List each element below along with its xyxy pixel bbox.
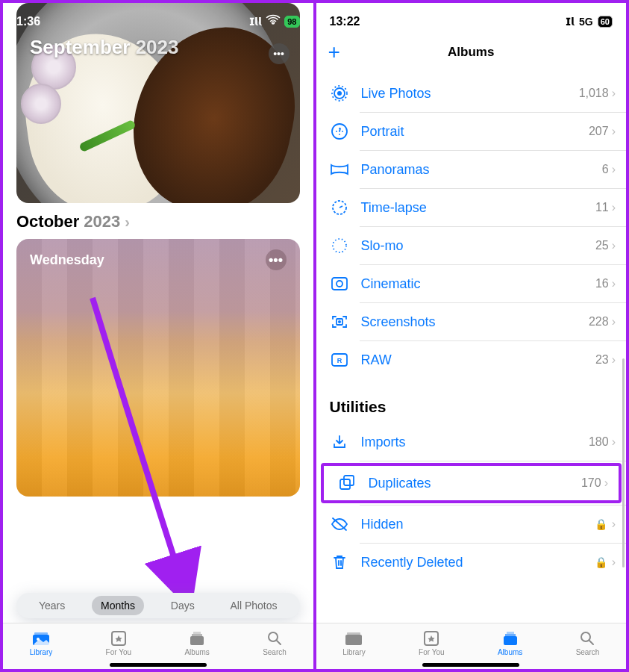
album-row-time-lapse[interactable]: Time-lapse11› <box>316 189 627 226</box>
signal-icon: 𝗜𝗹 <box>566 16 575 28</box>
album-row-screenshots[interactable]: Screenshots228› <box>316 303 627 340</box>
trash-icon <box>328 551 351 573</box>
lock-icon: 🔒 <box>595 518 607 530</box>
import-icon <box>328 431 351 453</box>
tab-search[interactable]: Search <box>576 630 600 656</box>
tab-albums[interactable]: Albums <box>498 630 522 656</box>
seg-all[interactable]: All Photos <box>222 596 287 615</box>
hero-more-button[interactable]: ••• <box>269 43 290 64</box>
row-label: Duplicates <box>369 476 581 491</box>
foryou-icon <box>109 630 128 647</box>
chevron-right-icon: › <box>612 163 616 176</box>
chevron-right-icon: › <box>125 214 130 231</box>
tab-albums[interactable]: Albums <box>184 630 209 656</box>
album-row-raw[interactable]: RRAW23› <box>316 341 627 379</box>
battery-icon: 60 <box>598 16 613 28</box>
svg-point-28 <box>581 632 590 641</box>
svg-point-15 <box>337 281 342 287</box>
library-icon <box>344 630 363 647</box>
foryou-icon <box>422 630 441 647</box>
album-row-duplicates[interactable]: Duplicates170› <box>324 466 619 500</box>
row-count: 23 <box>595 353 609 367</box>
svg-rect-25 <box>504 636 517 645</box>
search-icon <box>265 630 284 647</box>
nav-title: Albums <box>448 45 494 60</box>
chevron-right-icon: › <box>612 517 616 531</box>
live-icon <box>328 82 351 105</box>
tab-library[interactable]: Library <box>342 630 366 656</box>
scroll-indicator <box>622 358 625 567</box>
row-count: 25 <box>595 239 609 252</box>
chevron-right-icon: › <box>612 277 616 290</box>
album-row-imports[interactable]: Imports180› <box>316 423 627 461</box>
raw-icon: R <box>328 349 351 371</box>
tab-search[interactable]: Search <box>263 630 287 656</box>
month-header[interactable]: October 2023 › <box>16 212 300 231</box>
svg-rect-26 <box>505 634 516 636</box>
row-label: Recently Deleted <box>361 555 595 570</box>
chevron-right-icon: › <box>612 201 616 214</box>
battery-icon: 98 <box>284 16 299 28</box>
svg-rect-14 <box>332 278 347 290</box>
row-count: 11 <box>595 201 609 214</box>
status-bar: 13:22 𝗜𝗹 5G 60 <box>316 3 627 36</box>
add-button[interactable]: + <box>328 40 340 64</box>
chevron-right-icon: › <box>612 353 616 367</box>
cinematic-icon <box>328 273 351 295</box>
albums-icon <box>501 630 520 647</box>
library-screen: 1:36 𝗜𝗹𝗹 98 September 2023 ••• October 2… <box>3 3 316 669</box>
row-count: 170 <box>581 476 601 490</box>
row-label: Time-lapse <box>361 200 595 216</box>
albums-list[interactable]: Live Photos1,018›Portrait207›Panoramas6›… <box>316 75 627 623</box>
album-row-live-photos[interactable]: Live Photos1,018› <box>316 75 627 112</box>
row-label: Panoramas <box>361 162 602 178</box>
slomo-icon <box>328 234 351 257</box>
album-row-recently-deleted[interactable]: Recently Deleted🔒› <box>316 544 627 581</box>
svg-rect-1 <box>34 632 48 635</box>
seg-days[interactable]: Days <box>162 596 204 615</box>
chevron-right-icon: › <box>604 476 608 490</box>
time-filter-segment[interactable]: Years Months Days All Photos <box>16 593 300 618</box>
tab-foryou[interactable]: For You <box>106 630 131 656</box>
utilities-header: Utilities <box>330 398 613 416</box>
tab-foryou[interactable]: For You <box>419 630 444 656</box>
timelapse-icon <box>328 196 351 219</box>
albums-icon <box>187 630 207 647</box>
row-label: Hidden <box>361 517 595 532</box>
tab-bar: Library For You Albums Search <box>3 623 313 669</box>
portrait-icon <box>328 120 351 143</box>
row-label: Screenshots <box>361 314 589 330</box>
seg-months[interactable]: Months <box>92 596 144 615</box>
chevron-right-icon: › <box>612 435 616 449</box>
duplicates-icon <box>336 472 358 494</box>
card-more-button[interactable]: ••• <box>266 249 287 270</box>
nav-bar: + Albums <box>316 36 627 69</box>
seg-years[interactable]: Years <box>30 596 74 615</box>
wifi-icon <box>266 15 280 28</box>
search-icon <box>578 630 597 647</box>
row-label: Live Photos <box>361 86 579 102</box>
row-count: 207 <box>589 125 609 138</box>
row-label: RAW <box>361 352 595 368</box>
library-icon <box>31 630 51 647</box>
albums-screen: 13:22 𝗜𝗹 5G 60 + Albums Live Photos1,018… <box>316 3 627 669</box>
chevron-right-icon: › <box>612 125 616 138</box>
svg-text:R: R <box>337 357 342 364</box>
svg-rect-22 <box>345 635 362 645</box>
svg-rect-4 <box>190 636 204 645</box>
hero-month-label: September 2023 <box>30 36 178 59</box>
wednesday-card[interactable]: Wednesday ••• <box>16 239 300 497</box>
album-row-hidden[interactable]: Hidden🔒› <box>316 505 627 543</box>
tab-bar: Library For You Albums Search <box>316 623 627 669</box>
album-row-panoramas[interactable]: Panoramas6› <box>316 151 627 188</box>
album-row-slo-mo[interactable]: Slo-mo25› <box>316 227 627 264</box>
album-row-portrait[interactable]: Portrait207› <box>316 113 627 150</box>
tab-library[interactable]: Library <box>30 630 53 656</box>
signal-icon: 𝗜𝗹𝗹 <box>249 16 262 28</box>
home-indicator <box>422 663 519 667</box>
album-row-cinematic[interactable]: Cinematic16› <box>316 265 627 302</box>
screenshot-icon <box>328 311 351 333</box>
row-count: 180 <box>589 435 609 449</box>
status-time: 1:36 <box>16 15 40 28</box>
chevron-right-icon: › <box>612 315 616 329</box>
